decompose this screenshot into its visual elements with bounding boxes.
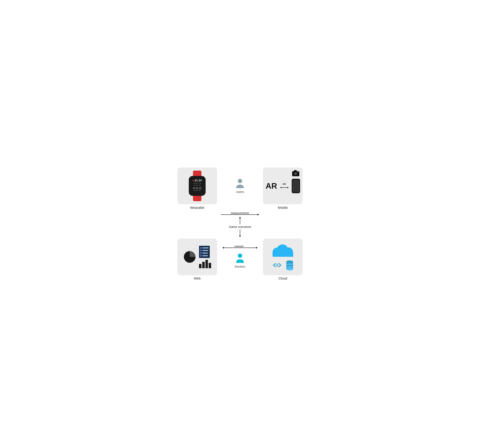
watch-time: 11:14 — [193, 179, 202, 182]
cloud-label: Cloud — [278, 276, 287, 280]
svg-text:···: ··· — [276, 264, 278, 267]
io-arrow-svg — [280, 186, 289, 189]
list-row2 — [200, 250, 208, 251]
down-arrow-svg — [238, 229, 242, 237]
users-figure: Users — [235, 178, 245, 194]
mobile-label: Mobile — [278, 206, 288, 210]
svg-marker-12 — [239, 217, 241, 218]
cloud-icons-row: ··· — [272, 260, 294, 270]
svg-point-0 — [238, 179, 242, 183]
watch-band-top — [193, 171, 201, 177]
watch-band-bottom — [193, 195, 201, 201]
io-arrow-block: I/O — [280, 183, 289, 189]
code-icon-svg: ··· — [272, 262, 282, 269]
row-bottom: Results Doctors — [176, 239, 304, 275]
measurements-text: Measurements — [231, 213, 249, 215]
list-square2 — [200, 250, 202, 251]
svg-marker-10 — [258, 214, 259, 215]
list-square4 — [200, 255, 202, 257]
bar-chart — [199, 260, 211, 268]
svg-marker-18 — [256, 247, 258, 249]
row-top: 11:14 Sunday, 1 Nov Calories: 350 Steps:… — [176, 168, 304, 204]
svg-point-35 — [286, 268, 293, 270]
list-square3 — [200, 252, 202, 254]
watch-line3: Steps: 2400 — [194, 190, 201, 191]
doctors-label: Doctors — [235, 265, 245, 268]
list-line1 — [202, 247, 209, 248]
measurements-arrow: Measurements — [220, 213, 260, 217]
up-arrow-svg — [238, 217, 242, 225]
cloud-box: ··· — [263, 239, 303, 275]
web-container — [177, 239, 217, 275]
bar3 — [205, 260, 208, 268]
list-row3 — [200, 252, 208, 254]
middle-bottom: Results Doctors — [222, 246, 258, 268]
svg-marker-17 — [222, 247, 224, 249]
watch-icon2 — [196, 187, 198, 189]
watch-container: 11:14 Sunday, 1 Nov Calories: 350 Steps:… — [177, 168, 217, 204]
results-arrow: Results — [222, 246, 258, 250]
list-square1 — [200, 247, 202, 249]
watch: 11:14 Sunday, 1 Nov Calories: 350 Steps:… — [188, 175, 206, 197]
watch-icon1 — [193, 187, 195, 189]
doctor-icon — [235, 253, 245, 264]
results-arrow-svg: Results — [222, 246, 258, 250]
watch-line1: Sunday, 1 Nov — [193, 183, 201, 184]
watch-icon3 — [199, 187, 201, 189]
bar1 — [199, 264, 201, 268]
watch-screen: 11:14 Sunday, 1 Nov Calories: 350 Steps:… — [190, 178, 204, 194]
wearable-label: Wearable — [190, 206, 204, 210]
game-section: Game scenarios — [176, 217, 304, 237]
svg-marker-14 — [239, 235, 241, 237]
svg-point-3 — [295, 172, 297, 175]
svg-rect-4 — [294, 170, 297, 172]
doctors-figure: Doctors — [235, 253, 245, 268]
game-scenarios-label: Game scenarios — [229, 225, 251, 229]
watch-icons — [193, 187, 201, 189]
wearable-box: 11:14 Sunday, 1 Nov Calories: 350 Steps:… — [177, 168, 217, 204]
measurements-arrow-svg: Measurements — [220, 213, 260, 217]
svg-marker-8 — [287, 187, 289, 188]
db-icon-svg — [286, 260, 294, 270]
list-line3 — [202, 253, 208, 254]
list-row1 — [200, 247, 209, 249]
row-labels-top: Wearable Mobile — [176, 206, 304, 210]
list-line2 — [202, 250, 208, 251]
bar4 — [209, 263, 211, 268]
list-row4 — [200, 255, 208, 257]
io-label: I/O — [283, 183, 286, 185]
game-arrow-block: Game scenarios — [219, 217, 261, 237]
list-icon — [199, 246, 210, 258]
camera-svg — [291, 169, 300, 176]
phone-shape — [292, 179, 300, 193]
ar-label: AR — [266, 181, 277, 191]
bar2 — [202, 262, 205, 268]
watch-line2: Calories: 350 — [194, 185, 201, 186]
web-box — [177, 239, 217, 275]
users-label: Users — [236, 190, 244, 194]
camera-icon — [291, 169, 300, 177]
diagram: 11:14 Sunday, 1 Nov Calories: 350 Steps:… — [171, 163, 309, 285]
row-labels-bottom: Web Cloud — [176, 276, 304, 280]
cloud-svg — [270, 243, 296, 257]
measurements-row: Measurements — [176, 213, 304, 217]
results-text: Results — [234, 246, 244, 248]
right-charts — [199, 246, 211, 268]
watch-case: 11:14 Sunday, 1 Nov Calories: 350 Steps:… — [189, 176, 206, 196]
pie-chart-svg — [183, 250, 196, 263]
cloud-container: ··· — [263, 239, 303, 275]
user-icon — [235, 178, 245, 189]
svg-point-5 — [298, 172, 298, 172]
list-line4 — [202, 255, 208, 256]
svg-rect-24 — [273, 255, 293, 257]
svg-point-19 — [238, 254, 242, 258]
svg-marker-7 — [280, 187, 282, 188]
mobile-box: AR I/O — [263, 168, 303, 204]
web-label: Web — [194, 276, 201, 280]
watch-dot — [193, 180, 194, 181]
phone-screen — [292, 180, 299, 192]
